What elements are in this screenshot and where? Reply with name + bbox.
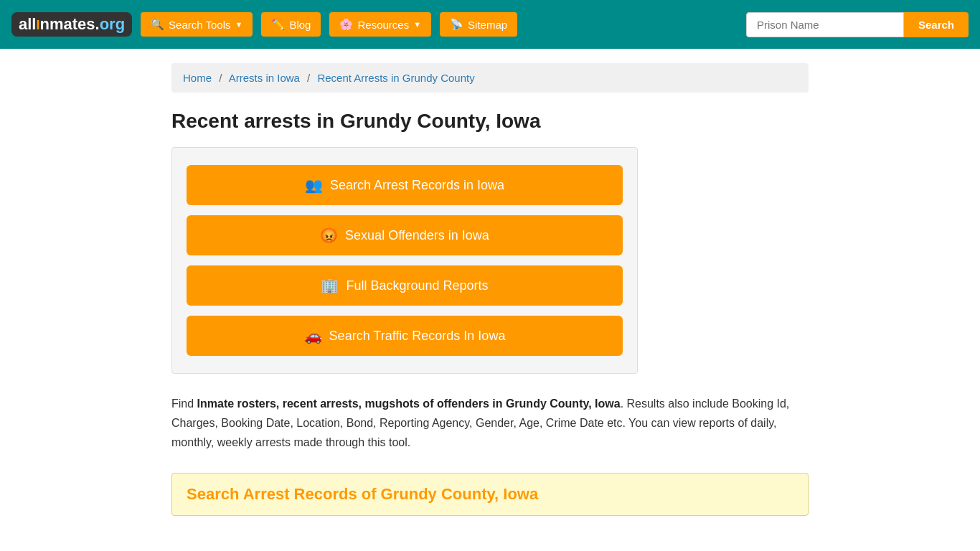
resources-arrow-icon: ▼ — [413, 20, 421, 29]
search-tools-arrow-icon: ▼ — [235, 20, 243, 29]
background-reports-label: Full Background Reports — [346, 278, 488, 293]
sexual-offenders-button[interactable]: 😡 Sexual Offenders in Iowa — [187, 215, 623, 255]
breadcrumb: Home / Arrests in Iowa / Recent Arrests … — [171, 63, 809, 93]
description-bold: Inmate rosters, recent arrests, mugshots… — [197, 397, 621, 410]
traffic-records-icon: 🚗 — [304, 327, 322, 344]
search-button[interactable]: Search — [904, 12, 969, 37]
blog-button[interactable]: ✏️ Blog — [261, 12, 321, 37]
search-tools-label: Search Tools — [169, 19, 230, 31]
search-tools-button[interactable]: 🔍 Search Tools ▼ — [141, 12, 253, 37]
blog-label: Blog — [289, 19, 311, 31]
resources-icon: 🌸 — [339, 18, 353, 31]
breadcrumb-arrests-iowa[interactable]: Arrests in Iowa — [229, 72, 300, 84]
section-header-title: Search Arrest Records of Grundy County, … — [187, 485, 793, 504]
resources-label: Resources — [357, 19, 409, 31]
search-arrest-icon: 👥 — [305, 176, 323, 194]
logo-text: allInmates.org — [19, 15, 125, 34]
breadcrumb-sep-2: / — [307, 72, 310, 84]
background-reports-button[interactable]: 🏢 Full Background Reports — [187, 265, 623, 306]
breadcrumb-current: Recent Arrests in Grundy County — [317, 72, 474, 84]
main-content: Home / Arrests in Iowa / Recent Arrests … — [160, 49, 820, 530]
sitemap-button[interactable]: 📡 Sitemap — [440, 12, 517, 37]
search-tools-icon: 🔍 — [151, 18, 164, 31]
sexual-offenders-icon: 😡 — [320, 227, 338, 244]
header: allInmates.org 🔍 Search Tools ▼ ✏️ Blog … — [0, 0, 980, 49]
resources-button[interactable]: 🌸 Resources ▼ — [329, 12, 431, 37]
page-title: Recent arrests in Grundy County, Iowa — [171, 110, 809, 133]
description: Find Inmate rosters, recent arrests, mug… — [171, 394, 809, 453]
breadcrumb-home[interactable]: Home — [183, 72, 212, 84]
search-arrest-button[interactable]: 👥 Search Arrest Records in Iowa — [187, 165, 623, 205]
logo[interactable]: allInmates.org — [11, 12, 132, 37]
breadcrumb-sep-1: / — [219, 72, 222, 84]
traffic-records-button[interactable]: 🚗 Search Traffic Records In Iowa — [187, 316, 623, 356]
background-reports-icon: 🏢 — [321, 277, 339, 294]
sitemap-label: Sitemap — [468, 19, 507, 31]
buttons-card: 👥 Search Arrest Records in Iowa 😡 Sexual… — [171, 147, 638, 374]
description-prefix: Find — [171, 397, 197, 410]
prison-name-input[interactable] — [746, 12, 904, 37]
search-button-label: Search — [918, 19, 954, 31]
blog-icon: ✏️ — [271, 18, 285, 31]
search-arrest-label: Search Arrest Records in Iowa — [330, 178, 504, 193]
sexual-offenders-label: Sexual Offenders in Iowa — [345, 228, 489, 243]
sitemap-icon: 📡 — [450, 18, 463, 31]
section-header: Search Arrest Records of Grundy County, … — [171, 473, 809, 516]
prison-search-wrap: Search — [746, 12, 969, 37]
traffic-records-label: Search Traffic Records In Iowa — [329, 329, 506, 344]
